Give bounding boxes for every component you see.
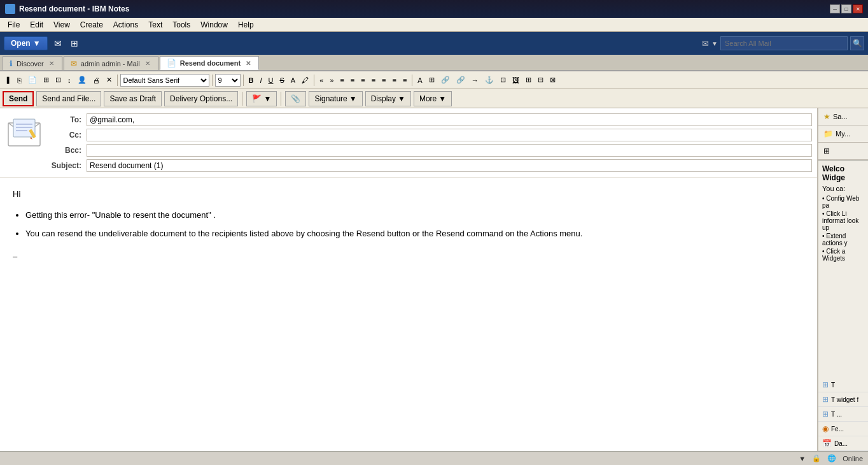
widget-item-t2[interactable]: ⊞ T widget f bbox=[818, 392, 868, 407]
insert-anchor-button[interactable]: ⚓ bbox=[482, 73, 496, 87]
save-as-draft-button[interactable]: Save as Draft bbox=[104, 91, 162, 106]
insert-collapse-button[interactable]: ⊟ bbox=[535, 73, 546, 87]
bold-button[interactable]: B bbox=[246, 73, 256, 87]
align-right-button[interactable]: ≡ bbox=[379, 73, 388, 87]
tab-admin-mail[interactable]: ✉ admin admin - Mail ✕ bbox=[64, 56, 158, 70]
fmt-btn-x[interactable]: ✕ bbox=[104, 73, 115, 87]
to-input[interactable] bbox=[87, 113, 812, 126]
star-icon: ★ bbox=[823, 112, 830, 121]
italic-button[interactable]: I bbox=[257, 73, 264, 87]
main-area: To: Cc: Bcc: Subject: Hi bbox=[0, 108, 868, 451]
tab-resend-document[interactable]: 📄 Resend document ✕ bbox=[160, 56, 259, 70]
bcc-input[interactable] bbox=[87, 144, 812, 157]
menu-tools[interactable]: Tools bbox=[167, 19, 195, 31]
open-button[interactable]: Open ▼ bbox=[4, 36, 48, 50]
fmt-btn-2[interactable]: ⎘ bbox=[15, 73, 24, 87]
search-input[interactable] bbox=[720, 36, 848, 50]
fmt-btn-3[interactable]: 📄 bbox=[25, 73, 39, 87]
widget-item-fe[interactable]: ◉ Fe... bbox=[818, 422, 868, 436]
fmt-btn-6[interactable]: ↕ bbox=[65, 73, 74, 87]
open-toolbar: Open ▼ ✉ ⊞ ✉ ▼ 🔍 bbox=[0, 32, 868, 55]
indent-inc-button[interactable]: » bbox=[327, 73, 336, 87]
flag-button[interactable]: 🚩 ▼ bbox=[246, 91, 277, 106]
font-color-button[interactable]: A bbox=[288, 73, 298, 87]
insert-section-button[interactable]: ⊞ bbox=[523, 73, 534, 87]
cc-label: Cc: bbox=[48, 131, 87, 140]
search-button[interactable]: 🔍 bbox=[850, 36, 864, 50]
list-ol-button[interactable]: ≡ bbox=[348, 73, 357, 87]
insert-image-button[interactable]: 🖼 bbox=[510, 73, 522, 87]
envelope-illustration bbox=[5, 113, 43, 149]
insert-arrow-button[interactable]: → bbox=[469, 73, 481, 87]
email-header: To: Cc: Bcc: Subject: bbox=[0, 108, 817, 178]
line-spacing-button[interactable]: ≡ bbox=[400, 73, 409, 87]
folder-icon: 📁 bbox=[823, 129, 833, 138]
signature-button[interactable]: Signature ▼ bbox=[309, 91, 362, 106]
grid-icon-button[interactable]: ⊞ bbox=[68, 37, 81, 50]
menu-window[interactable]: Window bbox=[195, 19, 233, 31]
discover-tab-close[interactable]: ✕ bbox=[48, 60, 55, 67]
align-justify-button[interactable]: ≡ bbox=[390, 73, 399, 87]
align-center-button[interactable]: ≡ bbox=[369, 73, 378, 87]
action-toolbar: Send Send and File... Save as Draft Deli… bbox=[0, 89, 868, 108]
menu-edit[interactable]: Edit bbox=[25, 19, 48, 31]
display-button[interactable]: Display ▼ bbox=[365, 91, 411, 106]
discover-tab-icon: ℹ bbox=[10, 59, 13, 68]
fmt-btn-4[interactable]: ⊞ bbox=[41, 73, 52, 87]
fmt-sep-1 bbox=[117, 75, 118, 86]
fmt-btn-print[interactable]: 🖨 bbox=[90, 73, 102, 87]
insert-table-button[interactable]: ⊞ bbox=[426, 73, 437, 87]
menu-create[interactable]: Create bbox=[75, 19, 108, 31]
fmt-btn-person[interactable]: 👤 bbox=[75, 73, 89, 87]
more-button[interactable]: More ▼ bbox=[414, 91, 452, 106]
fmt-btn-5[interactable]: ⊡ bbox=[53, 73, 64, 87]
widget-item-t1[interactable]: ⊞ T bbox=[818, 378, 868, 392]
restore-button[interactable]: □ bbox=[841, 4, 851, 13]
resend-doc-tab-close[interactable]: ✕ bbox=[244, 60, 252, 67]
sidebar-item-grid[interactable]: ⊞ bbox=[818, 143, 868, 160]
close-button[interactable]: ✕ bbox=[853, 4, 863, 13]
tab-bar: ℹ Discover ✕ ✉ admin admin - Mail ✕ 📄 Re… bbox=[0, 55, 868, 71]
strikethrough-button[interactable]: S bbox=[277, 73, 286, 87]
font-size-select[interactable]: 9 bbox=[215, 74, 241, 87]
minimize-button[interactable]: ─ bbox=[830, 4, 840, 13]
admin-mail-tab-close[interactable]: ✕ bbox=[144, 60, 151, 67]
indent-dec-button[interactable]: « bbox=[317, 73, 326, 87]
sidebar-item-my[interactable]: 📁 My... bbox=[818, 125, 868, 143]
underline-button[interactable]: U bbox=[266, 73, 276, 87]
menu-text[interactable]: Text bbox=[143, 19, 167, 31]
delivery-options-button[interactable]: Delivery Options... bbox=[164, 91, 238, 106]
to-field-row: To: bbox=[48, 113, 812, 126]
spell-check-button[interactable]: A bbox=[415, 73, 424, 87]
insert-more-button[interactable]: ⊠ bbox=[547, 73, 558, 87]
widget-item-da[interactable]: 📅 Da... bbox=[818, 436, 868, 451]
email-body-line-1: Getting this error- "Unable to resent th… bbox=[25, 209, 804, 222]
title-bar: Resend document - IBM Notes ─ □ ✕ bbox=[0, 0, 868, 18]
insert-link2-button[interactable]: 🔗 bbox=[454, 73, 468, 87]
mail-icon-button[interactable]: ✉ bbox=[52, 37, 64, 50]
menu-view[interactable]: View bbox=[48, 19, 75, 31]
cc-input[interactable] bbox=[87, 129, 812, 141]
list-ul-button[interactable]: ≡ bbox=[337, 73, 346, 87]
insert-link-button[interactable]: 🔗 bbox=[438, 73, 452, 87]
sidebar-item-sa[interactable]: ★ Sa... bbox=[818, 108, 868, 125]
align-left-button[interactable]: ≡ bbox=[358, 73, 367, 87]
fmt-btn-1[interactable]: ❚ bbox=[3, 73, 13, 87]
attach-button[interactable]: 📎 bbox=[285, 91, 306, 106]
widget-item-t3[interactable]: ⊞ T ... bbox=[818, 407, 868, 422]
insert-horiz-button[interactable]: ⊡ bbox=[498, 73, 508, 87]
cc-field-row: Cc: bbox=[48, 129, 812, 141]
menu-actions[interactable]: Actions bbox=[108, 19, 143, 31]
widget-t3-icon: ⊞ bbox=[822, 410, 829, 418]
window-title: Resend document - IBM Notes bbox=[19, 4, 830, 13]
menu-file[interactable]: File bbox=[3, 19, 25, 31]
send-button[interactable]: Send bbox=[3, 91, 34, 106]
widget-config: • Config Web pa bbox=[822, 195, 864, 209]
font-family-select[interactable]: Default Sans Serif bbox=[120, 74, 209, 87]
subject-input[interactable] bbox=[87, 159, 812, 172]
highlight-button[interactable]: 🖍 bbox=[299, 73, 311, 87]
send-and-file-button[interactable]: Send and File... bbox=[36, 91, 101, 106]
tab-discover[interactable]: ℹ Discover ✕ bbox=[3, 56, 62, 70]
action-sep-1 bbox=[242, 92, 242, 106]
menu-help[interactable]: Help bbox=[233, 19, 259, 31]
